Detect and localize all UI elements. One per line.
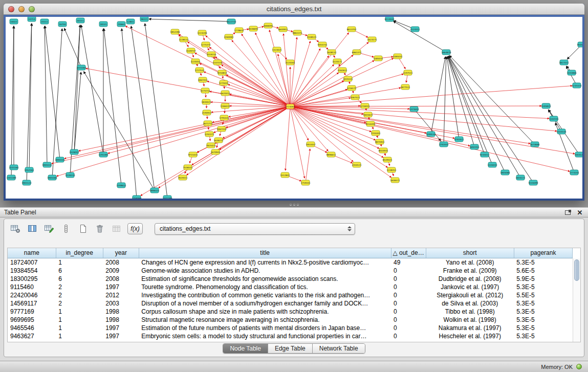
close-window-button[interactable] [8,6,14,12]
graph-node[interactable]: 1623171 [367,37,377,42]
graph-node[interactable]: 8113044 [385,17,395,21]
graph-node[interactable]: 9896611 [326,152,336,157]
graph-node[interactable]: 1666091 [264,23,273,28]
tab-node-table[interactable]: Node Table [223,344,268,353]
column-settings-icon[interactable] [9,223,21,234]
graph-node[interactable]: 1759341 [301,180,311,185]
graph-node[interactable]: 9245099 [529,180,538,185]
graph-node[interactable]: 1601621 [363,112,373,117]
graph-node[interactable]: 1099144 [426,132,436,137]
show-columns-icon[interactable] [26,223,38,234]
graph-node[interactable]: 2103144 [557,129,567,134]
graph-node[interactable]: 1827411 [559,60,569,65]
graph-node[interactable]: 1724061 [286,104,295,109]
graph-node[interactable]: 9245012 [480,152,490,157]
graph-node[interactable]: 1323021 [272,47,282,52]
graph-node[interactable]: 1674666 [530,142,540,147]
scrollbar-thumb[interactable] [574,259,579,281]
graph-node[interactable]: 1248351 [387,167,397,172]
graph-node[interactable]: 3126110 [66,172,75,178]
graph-node[interactable]: 1275374 [201,42,211,47]
graph-node[interactable]: 9875951 [375,139,385,144]
column-header-short[interactable]: short [426,248,514,258]
graph-node[interactable]: 1019744 [207,52,216,57]
graph-node[interactable]: 8613701 [347,27,357,32]
graph-node[interactable]: 5905166 [48,175,57,180]
graph-node[interactable]: 1291385 [99,152,108,157]
graph-node[interactable]: 1604221 [516,175,526,180]
graph-node[interactable]: 4162611 [338,68,347,73]
graph-node[interactable]: 1549737 [186,48,196,53]
column-header-year[interactable]: year [103,248,139,258]
import-table-icon[interactable] [111,223,123,234]
graph-node[interactable]: 1301189 [7,175,16,180]
graph-node[interactable]: 6640911 [278,27,288,32]
graph-node[interactable]: 9436691 [249,26,258,31]
graph-node[interactable]: 7536541 [183,165,193,170]
graph-node[interactable]: 2260081 [224,34,234,39]
graph-node[interactable]: 7925421 [206,143,216,148]
graph-node[interactable]: 1224206 [198,30,207,35]
tab-network-table[interactable]: Network Table [313,344,365,353]
graph-node[interactable]: 9715431 [188,152,198,157]
graph-node[interactable]: 1245033 [488,162,497,167]
graph-node[interactable]: 1595823 [541,103,551,108]
window-titlebar[interactable]: citations_edges.txt [4,4,584,15]
graph-node[interactable]: 1852286 [170,29,180,34]
graph-node[interactable]: 7619411 [178,175,188,180]
table-row[interactable]: 911546021997Tourette syndrome. Phenomeno… [8,283,573,291]
undock-panel-icon[interactable] [563,209,572,216]
graph-node[interactable]: 2190911 [202,110,212,115]
graph-node[interactable]: 5905131 [42,162,52,167]
table-row[interactable]: 946554611997Estimation of the future num… [8,324,573,332]
table-row[interactable]: 1938455462009Genome-wide association stu… [8,267,573,275]
graph-node[interactable]: 5622733 [227,19,236,24]
graph-node[interactable]: 9355741 [318,42,328,47]
graph-node[interactable]: 1638131 [327,50,337,55]
graph-node[interactable]: 9250814 [217,70,227,75]
graph-node[interactable]: 8549321 [383,157,393,162]
graph-node[interactable]: 9154491 [366,121,376,126]
tab-edge-table[interactable]: Edge Table [268,344,313,353]
graph-node[interactable]: 1558121 [307,34,317,39]
table-row[interactable]: 1456911722003Disruption of a novel membe… [8,299,573,308]
graph-node[interactable]: 1727531 [195,68,205,73]
graph-node[interactable]: 96121 [140,17,148,21]
graph-node[interactable]: 3220161 [286,60,295,65]
graph-node[interactable]: 1890345 [55,157,65,162]
graph-node[interactable]: 1003121 [575,152,582,157]
column-header-in_degree[interactable]: in_degree [56,248,103,258]
table-selector-dropdown[interactable]: citations_edges.txt [155,223,355,235]
graph-node[interactable]: 1485031 [374,56,383,61]
network-canvas[interactable]: 1724061185228612242061138111127537415497… [6,17,582,199]
graph-node[interactable]: 5901123 [22,180,32,185]
graph-node[interactable]: 1805066 [500,170,510,175]
function-builder-button[interactable]: f(x) [127,223,143,234]
table-row[interactable]: 969969511998Structural magnetic resonanc… [8,316,573,324]
graph-node[interactable]: 2791933 [439,142,449,147]
graph-node[interactable]: 1778631 [234,28,244,33]
graph-node[interactable]: 1664879 [442,50,451,55]
graph-node[interactable]: 2124311 [410,27,420,32]
graph-node[interactable]: 1102155 [549,116,559,121]
graph-node[interactable]: 3671711 [203,121,213,126]
graph-node[interactable]: 1245323 [572,83,582,88]
graph-node[interactable]: 1670941 [211,149,221,155]
graph-node[interactable]: 18141 [99,21,107,27]
graph-node[interactable]: 2526051 [70,149,79,155]
graph-node[interactable]: 1275041 [219,80,229,85]
graph-node[interactable]: 3067310 [217,126,227,132]
graph-node[interactable]: 1431866 [567,70,577,75]
graph-node[interactable]: 3067311 [198,77,208,82]
table-row[interactable]: 2242004622012Investigating the contribut… [8,291,573,299]
panel-splitter[interactable] [288,203,301,206]
column-header-out_de[interactable]: △ out_de… [391,248,426,258]
graph-node[interactable]: 1896321 [150,188,160,193]
close-panel-icon[interactable]: ✕ [576,209,584,216]
table-scrollbar[interactable] [573,258,580,342]
graph-node[interactable]: 30111 [76,18,84,23]
graph-node[interactable]: 10713 [28,17,36,21]
graph-node[interactable]: 1052161 [25,167,34,172]
graph-node[interactable]: 2441189 [163,195,172,199]
graph-node[interactable]: 1166431 [221,103,230,108]
